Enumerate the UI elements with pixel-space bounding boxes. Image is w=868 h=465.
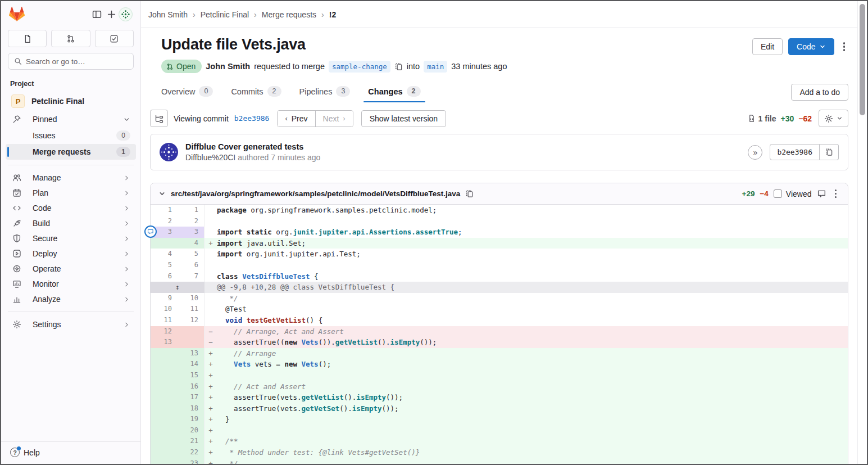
new-line-number[interactable]: 18 — [178, 403, 204, 414]
new-line-number[interactable]: 21 — [178, 436, 204, 447]
sidebar-item-issues[interactable]: Issues 0 — [6, 128, 136, 143]
comment-icon[interactable] — [817, 189, 826, 198]
old-line-number[interactable] — [151, 458, 178, 464]
old-line-number[interactable]: 1 — [151, 205, 178, 216]
new-line-number[interactable]: 15 — [178, 370, 204, 381]
edit-button[interactable]: Edit — [752, 38, 783, 55]
new-line-number[interactable]: 17 — [178, 392, 204, 403]
new-line-number[interactable]: 5 — [178, 249, 204, 260]
prev-commit-button[interactable]: ‹ Prev — [278, 111, 315, 127]
expand-lines-icon[interactable]: ↕ — [151, 282, 204, 293]
breadcrumb-item[interactable]: Petclinic Final — [201, 10, 249, 19]
old-line-number[interactable] — [151, 370, 178, 381]
old-line-number[interactable] — [151, 414, 178, 425]
sidebar-item-merge-requests[interactable]: Merge requests 1 — [6, 144, 136, 160]
more-options-icon[interactable] — [840, 39, 849, 55]
search-input[interactable]: Search or go to… — [8, 53, 134, 70]
old-line-number[interactable] — [151, 392, 178, 403]
new-line-number[interactable]: 3 — [178, 227, 204, 238]
new-line-number[interactable]: 10 — [178, 293, 204, 304]
new-line-number[interactable]: 22 — [178, 447, 204, 458]
new-line-number[interactable]: 2 — [178, 216, 204, 227]
old-line-number[interactable]: 5 — [151, 260, 178, 271]
old-line-number[interactable] — [151, 381, 178, 392]
sidebar-item-plan[interactable]: Plan — [6, 186, 136, 200]
mr-author[interactable]: John Smith — [206, 62, 250, 71]
target-branch-badge[interactable]: main — [424, 61, 447, 73]
breadcrumb-item[interactable]: John Smith — [148, 10, 188, 19]
old-line-number[interactable] — [151, 359, 178, 370]
breadcrumb-item[interactable]: Merge requests — [262, 10, 316, 19]
new-line-number[interactable]: 4 — [178, 238, 204, 249]
sidebar-item-build[interactable]: Build — [6, 216, 136, 231]
commit-title[interactable]: Diffblue Cover generated tests — [185, 142, 320, 151]
sidebar-toggle-icon[interactable] — [89, 7, 104, 22]
copy-path-icon[interactable] — [465, 189, 474, 198]
commit-author[interactable]: Diffblue%20CI — [185, 153, 235, 162]
sidebar-item-settings[interactable]: Settings — [6, 317, 136, 332]
next-commit-button[interactable]: Next › — [315, 111, 353, 127]
copy-sha-icon[interactable] — [820, 144, 839, 160]
new-line-number[interactable]: 14 — [178, 359, 204, 370]
diff-file-path[interactable]: src/test/java/org/springframework/sample… — [171, 189, 460, 198]
file-options-icon[interactable] — [831, 186, 840, 202]
old-line-number[interactable]: 12 — [151, 326, 178, 337]
old-line-number[interactable] — [151, 436, 178, 447]
diff-settings-button[interactable] — [819, 110, 848, 127]
merge-request-shortcut-button[interactable] — [51, 30, 90, 47]
old-line-number[interactable] — [151, 348, 178, 359]
old-line-number[interactable]: 13 — [151, 337, 178, 348]
old-line-number[interactable]: 9 — [151, 293, 178, 304]
old-line-number[interactable] — [151, 403, 178, 414]
new-line-number[interactable]: 23 — [178, 458, 204, 464]
commit-sha-link[interactable]: b2ee3986 — [234, 114, 270, 123]
old-line-number[interactable]: 4 — [151, 249, 178, 260]
new-line-number[interactable]: 20 — [178, 425, 204, 436]
old-line-number[interactable] — [151, 425, 178, 436]
issues-shortcut-button[interactable] — [8, 30, 47, 47]
old-line-number[interactable]: 11 — [151, 315, 178, 326]
user-avatar[interactable] — [119, 7, 133, 21]
old-line-number[interactable]: 2 — [151, 216, 178, 227]
sidebar-item-analyze[interactable]: Analyze — [6, 292, 136, 306]
sidebar-item-operate[interactable]: Operate — [6, 261, 136, 276]
scrollbar-thumb[interactable] — [860, 4, 865, 115]
new-line-number[interactable]: 11 — [178, 304, 204, 315]
plus-icon[interactable] — [104, 7, 119, 22]
new-line-number[interactable]: 16 — [178, 381, 204, 392]
tab-overview[interactable]: Overview 0 — [157, 79, 217, 105]
sidebar-item-manage[interactable]: Manage — [6, 170, 136, 185]
new-line-number[interactable]: 12 — [178, 315, 204, 326]
expand-commit-icon[interactable]: » — [748, 145, 762, 160]
show-latest-version-button[interactable]: Show latest version — [361, 110, 446, 127]
old-line-number[interactable]: 6 — [151, 271, 178, 282]
file-tree-toggle-icon[interactable] — [150, 110, 168, 127]
collapse-file-icon[interactable] — [158, 190, 166, 197]
sidebar-item-project[interactable]: P Petclinic Final — [6, 92, 136, 111]
diff-expand-row[interactable]: ↕ @@ -9,8 +10,28 @@ class VetsDiffblueTe… — [151, 282, 848, 293]
sidebar-item-monitor[interactable]: Monitor — [6, 277, 136, 291]
add-todo-button[interactable]: Add a to do — [791, 84, 848, 101]
tab-pipelines[interactable]: Pipelines 3 — [295, 79, 355, 105]
new-line-number[interactable]: 6 — [178, 260, 204, 271]
code-button[interactable]: Code — [788, 38, 834, 55]
sidebar-item-deploy[interactable]: Deploy — [6, 246, 136, 261]
viewed-checkbox[interactable] — [774, 189, 782, 198]
new-line-number[interactable]: 7 — [178, 271, 204, 282]
tab-changes[interactable]: Changes 2 — [363, 79, 425, 105]
sidebar-item-code[interactable]: Code — [6, 201, 136, 215]
old-line-number[interactable] — [151, 447, 178, 458]
new-line-number[interactable] — [178, 337, 204, 348]
old-line-number[interactable]: 10 — [151, 304, 178, 315]
sidebar-item-pinned[interactable]: Pinned — [6, 112, 136, 127]
sidebar-item-help[interactable]: ? Help — [1, 441, 140, 464]
new-line-number[interactable]: 19 — [178, 414, 204, 425]
todo-shortcut-button[interactable] — [95, 30, 134, 47]
copy-branch-icon[interactable] — [394, 62, 403, 71]
tab-commits[interactable]: Commits 2 — [226, 79, 285, 105]
new-line-number[interactable]: 13 — [178, 348, 204, 359]
new-line-number[interactable]: 1 — [178, 205, 204, 216]
source-branch-badge[interactable]: sample-change — [329, 61, 390, 73]
new-line-number[interactable] — [178, 326, 204, 337]
gitlab-logo[interactable] — [9, 7, 25, 22]
